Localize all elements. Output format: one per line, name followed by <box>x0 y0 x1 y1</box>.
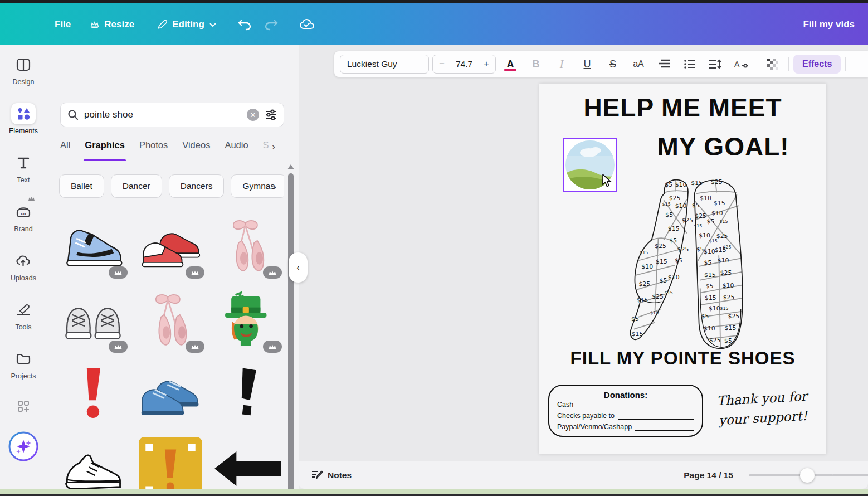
resize-label: Resize <box>104 19 134 30</box>
cloud-save-status-icon[interactable] <box>299 18 315 31</box>
zoom-slider[interactable] <box>749 474 833 476</box>
sidebar-item-brand[interactable]: co Brand <box>0 192 47 241</box>
result-sneakers-blue-pair[interactable] <box>133 357 208 431</box>
file-menu[interactable]: File <box>55 19 71 30</box>
svg-text:$15: $15 <box>720 306 729 311</box>
font-size-value[interactable]: 74.7 <box>451 59 477 69</box>
sidebar-item-elements[interactable]: Elements <box>0 94 47 143</box>
result-sneakers-gray-pair[interactable] <box>56 283 131 357</box>
brand-icon: co <box>11 201 36 222</box>
sidebar-item-tools[interactable]: Tools <box>0 290 47 339</box>
svg-text:$10: $10 <box>709 305 720 312</box>
pro-crown-badge <box>263 341 282 353</box>
poster-title-line1[interactable]: HELP ME MEET <box>539 93 826 123</box>
result-arrow-left-black[interactable] <box>210 431 285 496</box>
tab-photos[interactable]: Photos <box>139 140 168 161</box>
chip-ballet[interactable]: Ballet <box>59 174 104 198</box>
donation-option-paypal: Paypal/Venmo/Cashapp <box>557 423 632 431</box>
magic-assistant-button[interactable] <box>0 424 47 469</box>
letter-spacing-button[interactable]: A <box>730 54 752 74</box>
tab-audio[interactable]: Audio <box>225 140 248 161</box>
font-size-control: − 74.7 + <box>432 55 496 74</box>
undo-button[interactable] <box>237 18 252 31</box>
svg-text:$10: $10 <box>668 274 680 281</box>
result-pointe-shoes-ribbon[interactable] <box>210 209 285 283</box>
effects-button[interactable]: Effects <box>793 55 841 74</box>
tab-videos[interactable]: Videos <box>182 140 210 161</box>
font-size-increase-button[interactable]: + <box>477 59 495 70</box>
sidebar-label: Tools <box>15 323 31 331</box>
svg-text:$15: $15 <box>704 271 716 279</box>
tab-all[interactable]: All <box>60 140 70 161</box>
chips-overflow-chevron-icon[interactable]: › <box>273 181 276 193</box>
transparency-button[interactable] <box>762 54 784 74</box>
svg-text:$10: $10 <box>641 263 653 270</box>
strikethrough-button[interactable]: S <box>602 54 624 74</box>
editing-mode-menu[interactable]: Editing <box>157 19 217 30</box>
sidebar-item-design[interactable]: Design <box>0 45 47 94</box>
sidebar-item-uploads[interactable]: Uploads <box>0 241 47 290</box>
pro-crown-badge <box>263 266 282 279</box>
underline-button[interactable]: U <box>576 54 598 74</box>
poster-subtitle[interactable]: FILL MY POINTE SHOES <box>539 348 826 369</box>
tab-shapes-truncated[interactable]: S <box>263 140 269 161</box>
svg-text:$15: $15 <box>691 179 703 187</box>
thank-you-script-text[interactable]: Thank you for your support! <box>710 386 815 430</box>
alignment-button[interactable] <box>653 54 675 74</box>
italic-button[interactable]: I <box>550 54 573 74</box>
donations-heading: Donations: <box>557 390 694 400</box>
result-exclamation-black[interactable] <box>210 357 285 431</box>
sidebar-item-text[interactable]: Text <box>0 143 47 192</box>
chevron-down-icon <box>209 22 217 27</box>
resize-menu[interactable]: Resize <box>90 19 134 30</box>
redo-button[interactable] <box>264 18 279 31</box>
svg-text:$5: $5 <box>706 283 714 290</box>
sidebar-item-apps[interactable] <box>0 388 47 424</box>
bold-button[interactable]: B <box>525 54 547 74</box>
text-color-button[interactable]: A <box>499 54 521 74</box>
result-sneaker-outline[interactable] <box>56 431 131 496</box>
svg-text:$25: $25 <box>677 246 689 253</box>
chip-dancers[interactable]: Dancers <box>169 174 225 198</box>
design-page[interactable]: HELP ME MEET MY GOAL! <box>539 84 826 454</box>
font-family-selector[interactable]: Luckiest Guy <box>340 55 429 74</box>
clear-search-icon[interactable]: ✕ <box>247 109 259 121</box>
header-divider <box>289 14 289 35</box>
svg-text:$5: $5 <box>706 218 714 225</box>
result-sneaker-blue-hightop[interactable] <box>56 209 131 283</box>
search-input[interactable] <box>84 109 241 120</box>
fill-my-vids-label[interactable]: Fill my vids <box>803 19 855 30</box>
chip-dancer[interactable]: Dancer <box>111 174 162 198</box>
panel-collapse-handle[interactable]: ‹ <box>289 252 308 283</box>
result-pointe-shoes-hanging[interactable] <box>133 283 208 357</box>
result-leprechaun[interactable] <box>210 283 285 357</box>
notes-button[interactable]: Notes <box>311 470 352 481</box>
scroll-up-arrow-icon[interactable] <box>287 164 294 169</box>
font-size-decrease-button[interactable]: − <box>433 59 451 70</box>
pointe-shoes-fundraiser-graphic[interactable]: $5$10$25$15$10$5$25$15$5$25$25$15$15$5$1… <box>611 167 754 354</box>
tab-graphics[interactable]: Graphics <box>85 140 125 161</box>
elements-icon <box>11 103 36 124</box>
tabs-overflow-chevron-icon[interactable]: › <box>272 141 275 153</box>
poster-title-line2[interactable]: MY GOAL! <box>631 132 815 162</box>
text-case-button[interactable]: aA <box>627 54 650 74</box>
line-spacing-button[interactable] <box>704 54 726 74</box>
svg-text:$10: $10 <box>675 202 687 210</box>
svg-text:$10: $10 <box>704 325 715 333</box>
panel-scrollbar[interactable] <box>288 173 294 496</box>
bullet-list-button[interactable] <box>679 54 701 74</box>
zoom-slider-handle[interactable] <box>800 468 815 483</box>
search-bar[interactable]: ✕ <box>60 103 284 127</box>
filter-sliders-icon[interactable] <box>265 109 277 120</box>
donations-box[interactable]: Donations: Cash Checks payable to Paypal… <box>548 385 703 437</box>
result-exclamation-red[interactable] <box>56 357 131 431</box>
window-bottom-strip <box>0 489 868 494</box>
page-indicator[interactable]: Page 14 / 15 <box>684 470 733 480</box>
result-sneakers-red-pair[interactable] <box>133 209 208 283</box>
result-film-frame-exclamation[interactable] <box>133 431 208 496</box>
menu-icon[interactable] <box>14 18 30 30</box>
svg-text:$25: $25 <box>720 269 732 276</box>
sidebar-item-projects[interactable]: Projects <box>0 339 47 388</box>
pro-crown-badge <box>186 341 204 353</box>
svg-text:$15: $15 <box>662 202 671 207</box>
